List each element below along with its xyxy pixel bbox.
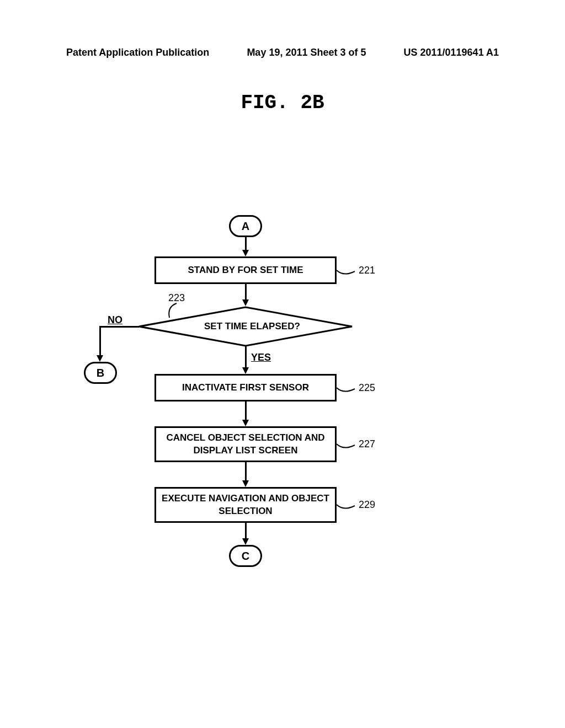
- arrow-line: [245, 237, 247, 251]
- leader-line: [335, 265, 358, 279]
- process-box-221: STAND BY FOR SET TIME: [154, 256, 337, 284]
- arrow-line: [245, 346, 247, 368]
- decision-text-223: SET TIME ELAPSED?: [204, 321, 300, 332]
- no-label: NO: [108, 314, 122, 326]
- arrow-line: [245, 284, 247, 301]
- process-box-229: EXECUTE NAVIGATION AND OBJECT SELECTION: [154, 487, 337, 523]
- arrow-head-icon: [242, 250, 249, 256]
- figure-title: FIG. 2B: [0, 92, 565, 114]
- header-left: Patent Application Publication: [66, 47, 209, 58]
- arrow-head-icon: [242, 367, 249, 374]
- arrow-line: [245, 402, 247, 421]
- leader-line: [163, 302, 182, 319]
- arrow-line: [245, 523, 247, 539]
- leader-line: [335, 382, 358, 396]
- arrow-head-icon: [242, 538, 249, 545]
- arrow-line: [99, 326, 101, 356]
- terminal-b: B: [84, 362, 117, 384]
- arrow-line: [245, 462, 247, 481]
- process-box-225: INACTIVATE FIRST SENSOR: [154, 374, 337, 402]
- process-box-227: CANCEL OBJECT SELECTION AND DISPLAY LIST…: [154, 426, 337, 462]
- header-center: May 19, 2011 Sheet 3 of 5: [247, 47, 366, 58]
- arrow-head-icon: [242, 480, 249, 487]
- ref-label-227: 227: [359, 438, 375, 450]
- arrow-head-icon: [242, 299, 249, 306]
- page-header: Patent Application Publication May 19, 2…: [0, 0, 565, 58]
- terminal-a: A: [229, 215, 262, 237]
- arrow-head-icon: [97, 355, 103, 362]
- leader-line: [335, 438, 358, 452]
- arrow-head-icon: [242, 420, 249, 426]
- arrow-line: [99, 326, 139, 328]
- ref-label-229: 229: [359, 499, 375, 511]
- header-right: US 2011/0119641 A1: [404, 47, 499, 58]
- leader-line: [335, 499, 358, 513]
- ref-label-221: 221: [359, 265, 375, 276]
- yes-label: YES: [251, 352, 271, 363]
- ref-label-225: 225: [359, 382, 375, 394]
- terminal-c: C: [229, 545, 262, 567]
